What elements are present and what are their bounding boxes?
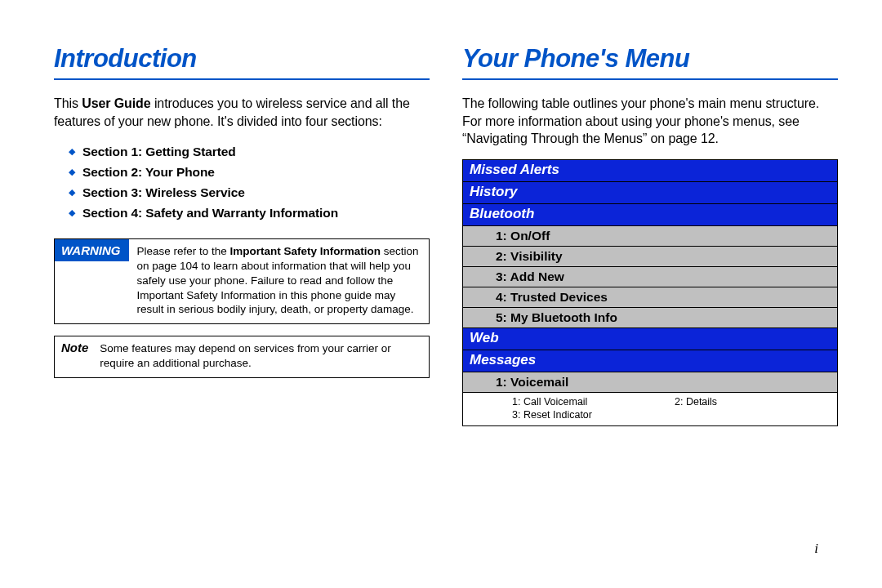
warning-tag: WARNING: [55, 239, 129, 261]
menu-header-bluetooth: Bluetooth: [463, 203, 837, 225]
menu-item-voicemail: 1: Voicemail: [463, 372, 837, 392]
menu-rule: [462, 78, 838, 80]
section-label: Section 4: Safety and Warranty Informati…: [82, 206, 338, 220]
menu-header-messages: Messages: [463, 350, 837, 372]
intro-heading: Introduction: [54, 44, 430, 74]
intro-bold: User Guide: [82, 96, 150, 110]
right-column: Your Phone's Menu The following table ou…: [462, 44, 838, 426]
warning-pre: Please refer to the: [137, 245, 230, 257]
note-tag: Note: [55, 336, 96, 359]
menu-item: 5: My Bluetooth Info: [463, 307, 837, 327]
intro-pre: This: [54, 96, 82, 110]
menu-header-web: Web: [463, 327, 837, 350]
warning-body: Please refer to the Important Safety Inf…: [129, 239, 430, 323]
diamond-icon: ◆: [69, 167, 75, 176]
nested-item: 2: Details: [675, 396, 831, 408]
nested-item: 1: Call Voicemail: [512, 396, 668, 408]
menu-heading: Your Phone's Menu: [462, 44, 838, 74]
menu-paragraph: The following table outlines your phone'…: [462, 95, 838, 148]
section-item: ◆Section 1: Getting Started: [69, 145, 430, 159]
menu-table: Missed Alerts History Bluetooth 1: On/Of…: [462, 159, 838, 426]
diamond-icon: ◆: [69, 147, 75, 156]
menu-header-missed-alerts: Missed Alerts: [463, 160, 837, 181]
nested-item: 3: Reset Indicator: [512, 409, 668, 421]
section-item: ◆Section 4: Safety and Warranty Informat…: [69, 206, 430, 220]
menu-item: 1: On/Off: [463, 225, 837, 246]
diamond-icon: ◆: [69, 208, 75, 217]
intro-rule: [54, 78, 430, 80]
left-column: Introduction This User Guide introduces …: [54, 44, 430, 426]
section-label: Section 2: Your Phone: [82, 165, 215, 180]
page-number: i: [814, 541, 818, 557]
section-label: Section 3: Wireless Service: [82, 185, 245, 200]
menu-item: 2: Visibility: [463, 246, 837, 266]
warning-callout: WARNING Please refer to the Important Sa…: [54, 238, 430, 324]
diamond-icon: ◆: [69, 188, 75, 197]
menu-item: 4: Trusted Devices: [463, 287, 837, 307]
menu-item: 3: Add New: [463, 266, 837, 287]
intro-paragraph: This User Guide introduces you to wirele…: [54, 95, 430, 130]
section-label: Section 1: Getting Started: [82, 145, 236, 159]
menu-header-history: History: [463, 181, 837, 203]
section-item: ◆Section 3: Wireless Service: [69, 185, 430, 200]
nested-row: 1: Call Voicemail 2: Details 3: Reset In…: [463, 392, 837, 425]
note-body: Some features may depend on services fro…: [96, 336, 429, 377]
warning-bold: Important Safety Information: [230, 245, 381, 257]
section-list: ◆Section 1: Getting Started ◆Section 2: …: [69, 145, 430, 220]
section-item: ◆Section 2: Your Phone: [69, 165, 430, 180]
note-callout: Note Some features may depend on service…: [54, 336, 430, 378]
